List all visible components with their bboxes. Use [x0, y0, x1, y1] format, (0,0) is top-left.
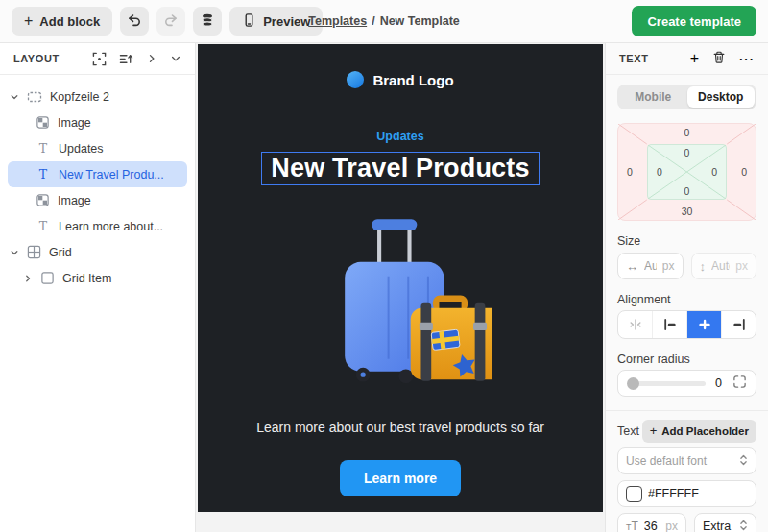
width-unit: px — [662, 259, 675, 273]
plus-icon: + — [24, 13, 33, 29]
align-left-button[interactable] — [652, 311, 686, 338]
font-size-unit: px — [665, 520, 678, 532]
tree-item-label: Updates — [59, 142, 104, 156]
color-swatch[interactable] — [626, 486, 642, 502]
layout-tree: Kopfzeile 2 Image T Updates T New Travel… — [0, 75, 195, 291]
padding-top-value[interactable]: 0 — [684, 148, 690, 158]
breadcrumb-current: New Template — [380, 14, 460, 28]
tree-item-label: Grid Item — [62, 272, 111, 285]
layers-button[interactable] — [193, 7, 222, 36]
image-icon — [36, 193, 50, 207]
tree-item-new-travel-products[interactable]: T New Travel Produ... — [8, 161, 187, 187]
font-weight-select[interactable]: Extra Bold — [694, 513, 756, 532]
add-icon[interactable]: + — [690, 51, 699, 66]
tree-item-updates[interactable]: T Updates — [8, 135, 187, 161]
spacing-control[interactable]: 0 0 0 30 0 0 0 0 — [617, 123, 756, 221]
learn-more-button[interactable]: Learn more — [340, 460, 461, 496]
height-value: Auto — [711, 259, 730, 273]
app-root: + Add block Preview Templates / — [0, 0, 768, 532]
corner-radius-value[interactable]: 0 — [715, 376, 722, 390]
alignment-control — [617, 310, 756, 339]
chevron-down-icon[interactable] — [10, 92, 19, 102]
chevron-right-icon[interactable] — [146, 53, 157, 64]
collapse-all-icon[interactable] — [119, 52, 133, 66]
canvas-area: Brand Logo Updates New Travel Products — [196, 43, 605, 532]
tree-item-learn-more[interactable]: T Learn more about... — [8, 213, 187, 239]
email-canvas[interactable]: Brand Logo Updates New Travel Products — [198, 44, 603, 512]
alignment-section-label: Alignment — [617, 293, 756, 306]
font-size-icon: TT — [626, 520, 638, 532]
undo-button[interactable] — [120, 7, 149, 36]
add-block-button[interactable]: + Add block — [12, 7, 112, 36]
focus-selection-icon[interactable] — [92, 52, 107, 66]
brand-logo-text: Brand Logo — [372, 72, 453, 88]
mobile-toggle-button[interactable]: Mobile — [619, 86, 687, 108]
layout-panel-header: LAYOUT — [0, 43, 195, 75]
inspector-header: TEXT + ··· — [606, 43, 768, 75]
width-input[interactable]: ↔ Auto px — [617, 253, 684, 279]
color-value: #FFFFFF — [648, 487, 748, 500]
redo-icon — [163, 12, 179, 31]
padding-left-value[interactable]: 0 — [657, 167, 662, 178]
margin-left-value[interactable]: 0 — [627, 167, 633, 178]
margin-right-value[interactable]: 0 — [741, 167, 747, 178]
body-text-block[interactable]: Learn more about our best travel product… — [256, 420, 544, 435]
text-color-input[interactable]: #FFFFFF — [617, 480, 756, 507]
tree-item-kopfzeile-2[interactable]: Kopfzeile 2 — [8, 84, 187, 109]
chevron-down-icon[interactable] — [170, 53, 181, 64]
grid-icon — [27, 245, 41, 259]
align-stretch-button[interactable] — [618, 311, 652, 338]
chevron-down-icon[interactable] — [10, 248, 19, 257]
brand-logo-icon — [347, 71, 364, 88]
tree-item-image-2[interactable]: Image — [8, 187, 187, 213]
phone-icon — [242, 12, 256, 31]
stepper-icon — [739, 453, 748, 470]
padding-right-value[interactable]: 0 — [711, 167, 717, 178]
align-right-button[interactable] — [721, 311, 756, 338]
font-family-value: Use default font — [626, 454, 733, 468]
layout-panel: LAYOUT — [0, 43, 196, 532]
plus-icon: + — [650, 424, 658, 437]
font-size-input[interactable]: TT 36 px — [617, 513, 686, 532]
margin-bottom-value[interactable]: 30 — [682, 206, 693, 217]
text-icon: T — [36, 167, 51, 181]
corner-radius-icon — [732, 375, 747, 393]
add-placeholder-button[interactable]: + Add Placeholder — [642, 420, 756, 443]
horizontal-arrow-icon: ↔ — [626, 259, 638, 274]
corner-radius-slider-track[interactable] — [637, 381, 706, 386]
heading-text-block-selected[interactable]: New Travel Products — [261, 152, 539, 185]
breadcrumb-templates-link[interactable]: Templates — [308, 14, 367, 28]
padding-bottom-value[interactable]: 0 — [684, 186, 690, 197]
vertical-arrow-icon: ↕ — [700, 259, 707, 274]
font-family-select[interactable]: Use default font — [617, 447, 756, 474]
tree-item-grid-item[interactable]: Grid Item — [8, 265, 187, 291]
redo-button[interactable] — [156, 7, 185, 36]
chevron-right-icon[interactable] — [23, 274, 33, 283]
topbar: + Add block Preview Templates / — [0, 0, 768, 43]
tree-item-label: Image — [58, 116, 91, 130]
updates-text-block[interactable]: Updates — [376, 130, 423, 143]
tree-item-image-1[interactable]: Image — [8, 109, 187, 135]
container-icon — [27, 89, 42, 105]
height-input[interactable]: ↕ Auto px — [691, 253, 757, 279]
inspector-panel: TEXT + ··· Mobile Desktop 0 — [605, 43, 768, 532]
padding-control[interactable]: 0 0 0 0 — [647, 144, 727, 200]
layout-panel-title: LAYOUT — [13, 53, 60, 64]
tree-item-grid[interactable]: Grid — [8, 239, 187, 265]
breadcrumb-separator: / — [372, 14, 374, 28]
luggage-illustration[interactable] — [309, 208, 492, 397]
margin-top-value[interactable]: 0 — [684, 128, 690, 138]
preview-label: Preview — [263, 14, 310, 29]
more-options-icon[interactable]: ··· — [739, 53, 755, 65]
create-template-button[interactable]: Create template — [632, 6, 756, 36]
tree-item-label: Grid — [49, 246, 72, 259]
corner-radius-slider-knob[interactable] — [627, 377, 639, 390]
text-section-label: Text — [617, 424, 639, 438]
tree-item-label: Image — [58, 194, 91, 207]
brand-logo-block[interactable]: Brand Logo — [347, 71, 453, 88]
align-center-button[interactable] — [686, 311, 721, 338]
trash-icon[interactable] — [712, 50, 726, 67]
font-weight-value: Extra Bold — [703, 520, 733, 532]
size-section-label: Size — [617, 234, 756, 248]
desktop-toggle-button[interactable]: Desktop — [687, 86, 756, 108]
